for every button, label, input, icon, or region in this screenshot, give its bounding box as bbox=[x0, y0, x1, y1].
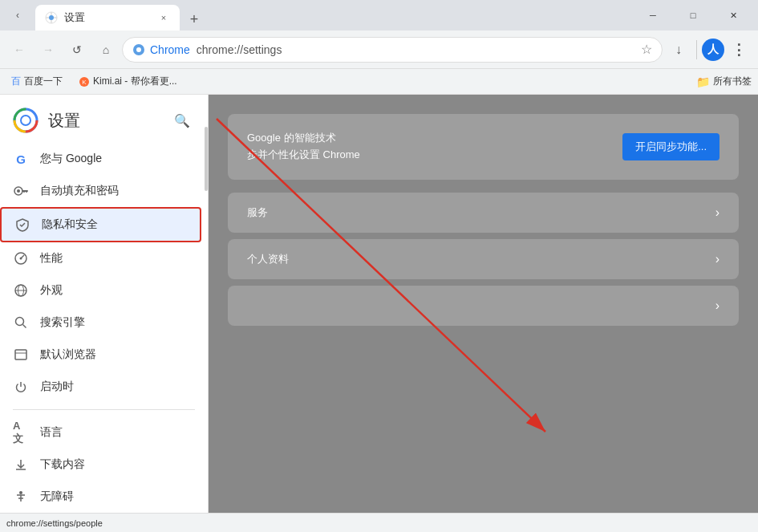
sidebar-item-accessibility[interactable]: 无障碍 bbox=[0, 481, 201, 513]
window-controls-right: ─ □ ✕ bbox=[634, 2, 752, 28]
status-bar: chrome://settings/people bbox=[0, 513, 758, 532]
language-icon: A文 bbox=[13, 424, 29, 441]
new-tab-button[interactable]: + bbox=[183, 8, 205, 30]
svg-point-11 bbox=[22, 116, 30, 124]
bookmark-baidu[interactable]: 百 百度一下 bbox=[6, 73, 67, 90]
accessible-icon bbox=[14, 489, 28, 504]
profile-avatar[interactable]: 人 bbox=[702, 39, 724, 61]
svg-text:K: K bbox=[82, 79, 87, 86]
download-icon bbox=[14, 457, 28, 472]
page-area: 设置 🔍 G 您与 Google bbox=[0, 95, 758, 513]
tab-prev-btn[interactable]: ‹ bbox=[6, 4, 29, 26]
sidebar-item-downloads[interactable]: 下载内容 bbox=[0, 449, 201, 481]
nav-bar: ← → ↺ ⌂ Chrome chrome://settings ☆ ↓ 人 ⋮ bbox=[0, 30, 758, 69]
shield-icon bbox=[15, 217, 30, 232]
baidu-icon: 百 bbox=[11, 75, 21, 88]
tab-title: 设置 bbox=[64, 10, 151, 25]
autofill-icon bbox=[13, 183, 29, 199]
sidebar-performance-label: 性能 bbox=[40, 251, 63, 266]
downloads-icon bbox=[13, 457, 29, 473]
sidebar-item-privacy[interactable]: 隐私和安全 bbox=[0, 207, 201, 242]
downloads-button[interactable]: ↓ bbox=[666, 37, 691, 63]
default-browser-icon bbox=[13, 347, 29, 363]
status-url: chrome://settings/people bbox=[6, 518, 103, 528]
sidebar-item-search[interactable]: 搜索引擎 bbox=[0, 307, 201, 339]
svg-point-13 bbox=[17, 189, 20, 193]
title-bar: ‹ 设置 × + ─ □ ✕ bbox=[0, 0, 758, 30]
accessibility-icon bbox=[13, 489, 29, 505]
svg-line-24 bbox=[23, 325, 26, 328]
google-icon: G bbox=[13, 151, 29, 167]
services-row[interactable]: 服务 › bbox=[228, 193, 739, 233]
sidebar-autofill-label: 自动填充和密码 bbox=[40, 184, 119, 198]
sidebar-item-performance[interactable]: 性能 bbox=[0, 242, 201, 274]
tab-favicon bbox=[45, 11, 58, 24]
bookmark-kimi-label: Kimi.ai - 帮你看更... bbox=[93, 75, 177, 88]
settings-sidebar: 设置 🔍 G 您与 Google bbox=[0, 95, 209, 513]
settings-content: Google 的智能技术 步并个性化设置 Chrome 开启同步功能... 服务… bbox=[209, 95, 758, 513]
startup-icon bbox=[13, 379, 29, 395]
google-g-icon: G bbox=[16, 152, 26, 166]
globe-icon bbox=[14, 283, 28, 298]
sidebar-language-label: 语言 bbox=[40, 425, 63, 440]
window-controls-left: ‹ bbox=[6, 4, 29, 26]
power-icon bbox=[14, 380, 28, 394]
back-button[interactable]: ← bbox=[6, 37, 32, 63]
sidebar-default-browser-label: 默认浏览器 bbox=[40, 347, 96, 362]
svg-rect-15 bbox=[26, 190, 27, 193]
folder-icon: 📁 bbox=[696, 75, 710, 88]
settings-main: Google 的智能技术 步并个性化设置 Chrome 开启同步功能... 服务… bbox=[209, 95, 758, 513]
kimi-favicon: K bbox=[79, 76, 90, 87]
privacy-icon bbox=[14, 217, 30, 233]
home-button[interactable]: ⌂ bbox=[93, 37, 119, 63]
minimize-button[interactable]: ─ bbox=[634, 2, 671, 28]
svg-point-19 bbox=[20, 258, 22, 260]
sync-button[interactable]: 开启同步功能... bbox=[622, 133, 719, 160]
sidebar-item-startup[interactable]: 启动时 bbox=[0, 371, 201, 403]
svg-point-3 bbox=[136, 47, 141, 52]
nav-right-buttons: ↓ 人 ⋮ bbox=[666, 37, 752, 63]
address-bar[interactable]: Chrome chrome://settings ☆ bbox=[122, 37, 663, 63]
sync-text-line1: Google 的智能技术 bbox=[247, 130, 360, 147]
bookmark-baidu-label: 百度一下 bbox=[24, 75, 63, 88]
sync-card: Google 的智能技术 步并个性化设置 Chrome 开启同步功能... bbox=[228, 114, 739, 180]
active-tab[interactable]: 设置 × bbox=[35, 5, 180, 30]
tab-close-button[interactable]: × bbox=[157, 11, 170, 24]
site-name: Chrome bbox=[150, 43, 190, 56]
sidebar-item-appearance[interactable]: 外观 bbox=[0, 274, 201, 307]
browser-icon bbox=[14, 347, 28, 362]
nav-divider bbox=[696, 40, 697, 59]
sidebar-scrollbar[interactable] bbox=[203, 95, 208, 513]
sidebar-item-google[interactable]: G 您与 Google bbox=[0, 143, 201, 175]
bookmarks-bar: 百 百度一下 K Kimi.ai - 帮你看更... 📁 所有书签 bbox=[0, 69, 758, 95]
profile-chevron: › bbox=[715, 252, 719, 266]
search-icon bbox=[14, 315, 28, 330]
maximize-button[interactable]: □ bbox=[675, 2, 711, 28]
reload-button[interactable]: ↺ bbox=[64, 37, 90, 63]
sidebar-item-autofill[interactable]: 自动填充和密码 bbox=[0, 175, 201, 207]
sidebar-nav: G 您与 Google 自动填充和密码 bbox=[0, 140, 208, 513]
bookmark-star-icon[interactable]: ☆ bbox=[641, 42, 652, 57]
close-button[interactable]: ✕ bbox=[715, 2, 752, 28]
svg-point-1 bbox=[49, 15, 54, 20]
url-display: chrome://settings bbox=[197, 43, 282, 56]
menu-button[interactable]: ⋮ bbox=[726, 37, 752, 63]
settings-search-button[interactable]: 🔍 bbox=[169, 108, 195, 133]
forward-button[interactable]: → bbox=[35, 37, 61, 63]
sidebar-accessibility-label: 无障碍 bbox=[40, 489, 74, 504]
all-bookmarks-label[interactable]: 所有书签 bbox=[713, 75, 752, 88]
profile-row[interactable]: 个人资料 › bbox=[228, 239, 739, 279]
sidebar-item-language[interactable]: A文 语言 bbox=[0, 416, 201, 449]
performance-icon bbox=[13, 250, 29, 266]
bookmark-kimi[interactable]: K Kimi.ai - 帮你看更... bbox=[74, 73, 182, 90]
extra-row[interactable]: › bbox=[228, 286, 739, 326]
sidebar-privacy-label: 隐私和安全 bbox=[42, 217, 98, 232]
key-icon bbox=[14, 184, 28, 198]
browser-frame: ‹ 设置 × + ─ □ ✕ ← → ↺ ⌂ bbox=[0, 0, 758, 532]
sidebar-google-label: 您与 Google bbox=[40, 152, 102, 166]
settings-header: 设置 🔍 bbox=[0, 95, 208, 140]
chrome-settings-icon bbox=[132, 43, 145, 56]
profile-label: 个人资料 bbox=[247, 252, 289, 266]
sidebar-item-default-browser[interactable]: 默认浏览器 bbox=[0, 339, 201, 371]
bookmarks-right-area: 📁 所有书签 bbox=[696, 75, 752, 88]
